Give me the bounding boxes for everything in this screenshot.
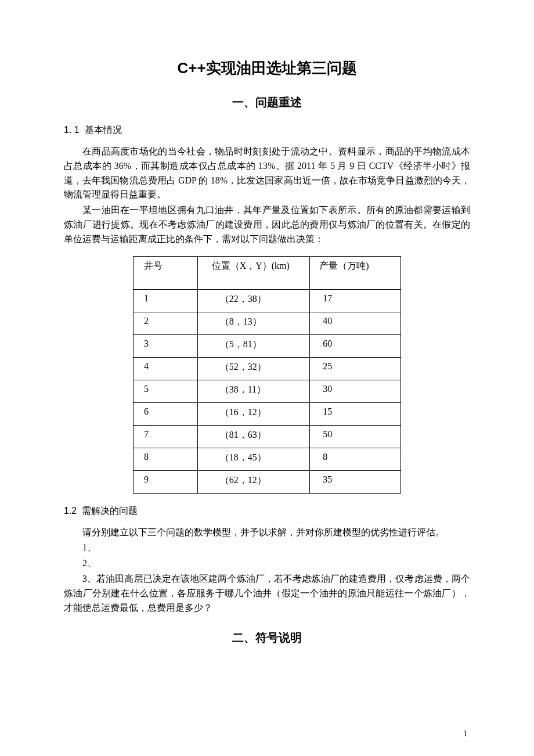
section-2-heading: 二、符号说明 [64, 630, 470, 646]
table-row: 7 （81，63） 50 [134, 425, 401, 448]
list-item: 3、若油田高层已决定在该地区建两个炼油厂，若不考虑炼油厂的建造费用，仅考虑运费，… [64, 572, 470, 615]
cell-pos: （38，11） [197, 380, 310, 402]
subsection-label: 基本情况 [85, 125, 122, 135]
table-row: 2 （8，13） 40 [134, 312, 401, 334]
cell-id: 9 [134, 470, 198, 493]
page-number: 1 [463, 729, 467, 739]
table-header-cell: 井号 [134, 256, 198, 289]
table-row: 1 （22，38） 17 [134, 289, 401, 312]
cell-out: 50 [310, 425, 401, 448]
document-title: C++实现油田选址第三问题 [64, 58, 470, 78]
cell-out: 15 [310, 402, 401, 425]
cell-id: 5 [134, 380, 198, 402]
cell-pos: （5，81） [197, 334, 310, 357]
cell-id: 8 [134, 448, 198, 470]
paragraph: 请分别建立以下三个问题的数学模型，并予以求解，并对你所建模型的优劣性进行评估。 [64, 525, 470, 540]
section-1-heading: 一、问题重述 [64, 95, 470, 110]
cell-id: 3 [134, 334, 198, 357]
document-page: C++实现油田选址第三问题 一、问题重述 1. 1 基本情况 在商品高度市场化的… [0, 0, 534, 756]
table-header-cell: 位置（X，Y）(km) [197, 256, 310, 289]
cell-id: 7 [134, 425, 198, 448]
subsection-number: 1. 1 [64, 125, 80, 135]
cell-id: 2 [134, 312, 198, 334]
subsection-1-2-heading: 1.2 需解决的问题 [64, 505, 470, 517]
cell-id: 6 [134, 402, 198, 425]
cell-out: 17 [310, 289, 401, 312]
table-header-cell: 产量（万吨) [310, 256, 401, 289]
cell-pos: （8，13） [197, 312, 310, 334]
cell-id: 4 [134, 357, 198, 380]
table-row: 3 （5，81） 60 [134, 334, 401, 357]
cell-pos: （62，12） [197, 470, 310, 493]
cell-out: 25 [310, 357, 401, 380]
cell-pos: （16，12） [197, 402, 310, 425]
cell-pos: （52，32） [197, 357, 310, 380]
table-row: 8 （18，45） 8 [134, 448, 401, 470]
cell-out: 35 [310, 470, 401, 493]
list-item: 2、 [64, 556, 470, 571]
subsection-1-1-heading: 1. 1 基本情况 [64, 124, 470, 136]
cell-id: 1 [134, 289, 198, 312]
table-row: 5 （38，11） 30 [134, 380, 401, 402]
paragraph: 在商品高度市场化的当今社会，物品时时刻刻处于流动之中。资料显示，商品的平均物流成… [64, 145, 470, 202]
cell-pos: （22，38） [197, 289, 310, 312]
cell-out: 8 [310, 448, 401, 470]
table-body: 1 （22，38） 17 2 （8，13） 40 3 （5，81） 60 4 （… [134, 289, 401, 493]
table-row: 6 （16，12） 15 [134, 402, 401, 425]
cell-pos: （81，63） [197, 425, 310, 448]
table-header-row: 井号 位置（X，Y）(km) 产量（万吨) [134, 256, 401, 289]
cell-out: 60 [310, 334, 401, 357]
oil-well-table: 井号 位置（X，Y）(km) 产量（万吨) 1 （22，38） 17 2 （8，… [133, 256, 401, 494]
table-row: 9 （62，12） 35 [134, 470, 401, 493]
list-item: 1、 [64, 541, 470, 555]
paragraph: 某一油田在一平坦地区拥有九口油井，其年产量及位置如下表所示。所有的原油都需要运输… [64, 203, 470, 246]
cell-out: 30 [310, 380, 401, 402]
subsection-label: 需解决的问题 [82, 506, 138, 516]
cell-out: 40 [310, 312, 401, 334]
table-row: 4 （52，32） 25 [134, 357, 401, 380]
subsection-number: 1.2 [64, 506, 77, 516]
cell-pos: （18，45） [197, 448, 310, 470]
